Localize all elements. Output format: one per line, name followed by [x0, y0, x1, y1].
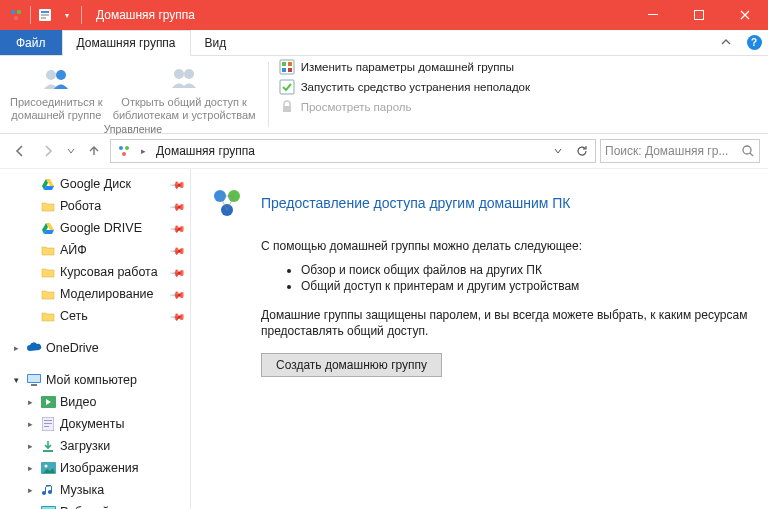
gdrive-icon	[40, 176, 56, 192]
ribbon-collapse-button[interactable]	[712, 30, 740, 55]
minimize-button[interactable]	[630, 0, 676, 30]
history-dropdown[interactable]	[64, 139, 78, 163]
breadcrumb-arrow[interactable]: ▸	[137, 146, 150, 156]
settings-icon	[279, 59, 295, 75]
expander-icon[interactable]: ▸	[10, 342, 22, 354]
ribbon-group-actions: Изменить параметры домашней группы Запус…	[271, 56, 538, 133]
tree-item[interactable]: Google DRIVE📌	[0, 217, 190, 239]
svg-point-21	[125, 146, 129, 150]
breadcrumb[interactable]: Домашняя группа	[152, 144, 259, 158]
expander-icon[interactable]: ▸	[24, 396, 36, 408]
qat-dropdown-icon[interactable]: ▾	[59, 7, 75, 23]
quick-access-toolbar: ▾	[0, 6, 90, 24]
svg-rect-6	[41, 17, 46, 19]
expander-icon[interactable]: ▾	[10, 374, 22, 386]
app-icon	[8, 7, 24, 23]
gdrive-icon	[40, 220, 56, 236]
change-params-label: Изменить параметры домашней группы	[301, 61, 514, 73]
svg-point-23	[743, 146, 751, 154]
svg-point-12	[184, 69, 194, 79]
tree-item[interactable]: АЙФ📌	[0, 239, 190, 261]
tab-view[interactable]: Вид	[191, 30, 241, 55]
svg-rect-30	[44, 423, 52, 424]
svg-rect-16	[282, 68, 286, 72]
join-homegroup-button[interactable]: Присоединиться к домашней группе	[6, 60, 107, 123]
navigation-tree[interactable]: Google Диск📌 Робота📌 Google DRIVE📌 АЙФ📌 …	[0, 169, 190, 509]
svg-point-2	[14, 16, 18, 20]
create-homegroup-button[interactable]: Создать домашнюю группу	[261, 353, 442, 377]
tree-item[interactable]: Google Диск📌	[0, 173, 190, 195]
maximize-button[interactable]	[676, 0, 722, 30]
close-button[interactable]	[722, 0, 768, 30]
doc-icon	[40, 416, 56, 432]
tab-file[interactable]: Файл	[0, 30, 62, 55]
up-button[interactable]	[82, 139, 106, 163]
pin-icon: 📌	[170, 264, 186, 280]
tree-item[interactable]: ▸Музыка	[0, 479, 190, 501]
titlebar: ▾ Домашняя группа	[0, 0, 768, 30]
search-icon	[741, 144, 755, 158]
svg-rect-5	[41, 14, 49, 16]
ribbon-separator	[268, 62, 269, 127]
svg-point-11	[174, 69, 184, 79]
troubleshoot-button[interactable]: Запустить средство устранения неполадок	[275, 78, 534, 96]
help-button[interactable]: ?	[740, 30, 768, 55]
expander-icon[interactable]: ▸	[24, 462, 36, 474]
expander-icon[interactable]: ▸	[24, 440, 36, 452]
view-password-button: Просмотреть пароль	[275, 98, 534, 116]
svg-rect-31	[44, 426, 49, 427]
tree-item[interactable]: ▸Рабочий стол	[0, 501, 190, 509]
forward-button[interactable]	[36, 139, 60, 163]
tree-item[interactable]: Сеть📌	[0, 305, 190, 327]
expander-icon[interactable]: ▸	[24, 418, 36, 430]
video-icon	[40, 394, 56, 410]
tree-item[interactable]: Моделирование📌	[0, 283, 190, 305]
list-item: Обзор и поиск общих файлов на других ПК	[301, 263, 748, 277]
svg-rect-17	[288, 68, 292, 72]
qat-separator	[30, 6, 31, 24]
search-input[interactable]: Поиск: Домашняя гр...	[600, 139, 760, 163]
tree-item[interactable]: Курсовая работа📌	[0, 261, 190, 283]
refresh-button[interactable]	[571, 140, 593, 162]
svg-rect-18	[280, 80, 294, 94]
svg-rect-25	[28, 375, 40, 382]
body: Google Диск📌 Робота📌 Google DRIVE📌 АЙФ📌 …	[0, 168, 768, 509]
address-dropdown[interactable]	[547, 140, 569, 162]
homegroup-large-icon	[207, 183, 247, 223]
pin-icon: 📌	[170, 176, 186, 192]
picture-icon	[40, 460, 56, 476]
feature-list: Обзор и поиск общих файлов на других ПК …	[301, 263, 748, 293]
navigation-bar: ▸ Домашняя группа Поиск: Домашняя гр...	[0, 134, 768, 168]
ribbon: Присоединиться к домашней группе Открыть…	[0, 56, 768, 134]
back-button[interactable]	[8, 139, 32, 163]
share-libraries-icon	[168, 62, 200, 94]
change-params-button[interactable]: Изменить параметры домашней группы	[275, 58, 534, 76]
tree-item[interactable]: ▸Документы	[0, 413, 190, 435]
tree-item[interactable]: ▸Загрузки	[0, 435, 190, 457]
download-icon	[40, 438, 56, 454]
tab-homegroup[interactable]: Домашняя группа	[62, 30, 191, 56]
ribbon-tabs: Файл Домашняя группа Вид ?	[0, 30, 768, 56]
folder-icon	[40, 264, 56, 280]
svg-point-20	[119, 146, 123, 150]
tree-item[interactable]: ▸Изображения	[0, 457, 190, 479]
folder-icon	[40, 198, 56, 214]
content-pane: Предоставление доступа другим домашним П…	[191, 169, 768, 509]
svg-point-34	[44, 465, 47, 468]
svg-point-22	[122, 152, 126, 156]
svg-rect-7	[648, 14, 658, 15]
expander-icon[interactable]: ▸	[24, 484, 36, 496]
password-icon	[279, 99, 295, 115]
tree-item[interactable]: ▸Видео	[0, 391, 190, 413]
tree-item-computer[interactable]: ▾Мой компьютер	[0, 369, 190, 391]
folder-icon	[40, 308, 56, 324]
share-libraries-label: Открыть общий доступ к библиотекам и уст…	[113, 96, 256, 121]
svg-rect-29	[44, 420, 52, 421]
music-icon	[40, 482, 56, 498]
address-bar[interactable]: ▸ Домашняя группа	[110, 139, 596, 163]
svg-point-10	[56, 70, 66, 80]
share-libraries-button[interactable]: Открыть общий доступ к библиотекам и уст…	[109, 60, 260, 123]
tree-item-onedrive[interactable]: ▸OneDrive	[0, 337, 190, 359]
qat-properties-icon[interactable]	[37, 7, 53, 23]
tree-item[interactable]: Робота📌	[0, 195, 190, 217]
